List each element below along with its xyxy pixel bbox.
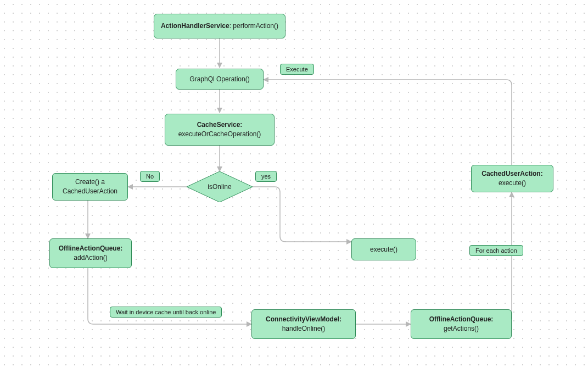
node-title: OfflineActionQueue: (59, 244, 123, 253)
node-title: OfflineActionQueue: (429, 315, 494, 324)
edge-label-yes: yes (255, 171, 277, 182)
node-line2: CachedUserAction (63, 187, 117, 196)
node-cached-user-action-execute: CachedUserAction: execute() (471, 165, 553, 192)
node-execute: execute() (351, 238, 416, 260)
node-subtitle: getActions() (444, 324, 479, 333)
node-title: ConnectivityViewModel: (266, 315, 341, 324)
edge-label-wait-in-cache: Wait in device cache until back online (110, 307, 222, 318)
node-title: ActionHandlerService (161, 22, 229, 30)
node-is-online-decision: isOnline (187, 171, 253, 202)
node-action-handler-service: ActionHandlerService: performAction() (154, 14, 285, 38)
node-offline-action-queue-add: OfflineActionQueue: addAction() (49, 238, 132, 268)
node-offline-action-queue-get: OfflineActionQueue: getActions() (411, 309, 512, 339)
edge-label-execute: Execute (280, 64, 314, 75)
node-subtitle: addAction() (74, 253, 107, 263)
node-text: execute() (370, 245, 397, 254)
node-line1: Create() a (75, 177, 105, 187)
node-subtitle: execute() (499, 179, 526, 188)
node-text: GraphQl Operation() (189, 75, 249, 84)
node-subtitle: : performAction() (229, 22, 278, 30)
node-title: CachedUserAction: (481, 169, 542, 179)
node-subtitle: handleOnline() (282, 324, 326, 333)
decision-label: isOnline (187, 171, 253, 202)
node-graphql-operation: GraphQl Operation() (176, 69, 264, 90)
edge-label-for-each-action: For each action (469, 245, 523, 256)
node-title: CacheService: (197, 120, 243, 130)
edge-label-no: No (140, 171, 160, 182)
node-cache-service: CacheService: executeOrCacheOperation() (165, 114, 275, 146)
node-create-cached-user-action: Create() a CachedUserAction (52, 173, 128, 201)
node-connectivity-view-model: ConnectivityViewModel: handleOnline() (251, 309, 356, 339)
node-subtitle: executeOrCacheOperation() (178, 130, 261, 139)
